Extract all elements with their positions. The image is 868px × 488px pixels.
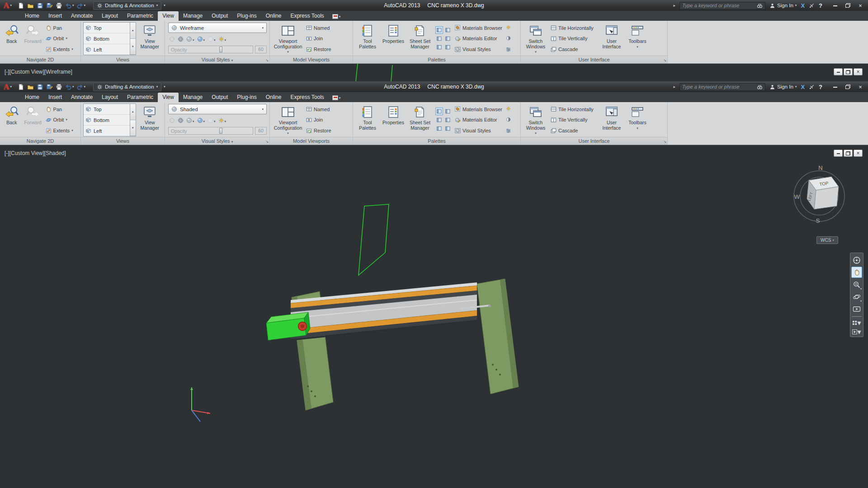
switch-windows-button[interactable]: Switch Windows ▾ [523,22,548,55]
tab-plugins[interactable]: Plug-ins [232,93,261,102]
cnc-machine-entity[interactable] [266,279,519,410]
pan-button[interactable]: Pan [46,23,77,33]
zoom-tool-button[interactable]: ▾ [851,279,862,290]
tab-online[interactable]: Online [261,93,286,102]
sun-properties-button[interactable] [506,105,511,113]
viewport-controls-menu[interactable]: [-] [5,150,9,156]
view-item-left[interactable]: Left [84,126,130,136]
edge-color-button[interactable]: ▾ [197,36,205,42]
save-button[interactable] [37,2,43,9]
app-menu-button[interactable]: A▾ [2,1,14,10]
restore-viewports-button[interactable]: Restore [306,45,346,54]
dialog-launcher-icon[interactable]: ↘ [663,59,666,62]
restore-button[interactable] [842,83,854,91]
viewport-controls-menu[interactable]: [-] [5,69,9,75]
showmotion-button[interactable] [851,303,862,314]
cascade-button[interactable]: Cascade [551,45,597,54]
named-viewports-button[interactable]: Named [306,104,346,114]
tool-palettes-button[interactable]: Tool Palettes [355,22,380,55]
undo-caret-icon[interactable]: ▾ [72,4,74,7]
palette-toggle-button[interactable] [444,125,452,132]
app-menu-button[interactable]: A▾ [2,83,14,91]
tab-plugins[interactable]: Plug-ins [232,11,261,21]
visual-style-dropdown[interactable]: Shaded ▾ [168,104,267,114]
view-item-bottom[interactable]: Bottom [84,33,130,44]
opacity-slider[interactable]: Opacity [168,46,253,53]
sheet-set-manager-button[interactable]: Sheet Set Manager [407,22,433,55]
redo-button[interactable]: ▾ [76,2,85,9]
panel-label-user-interface[interactable]: User Interface↘ [521,56,667,63]
materials-browser-button[interactable]: Materials Browser [455,23,503,33]
doc-minimize-button[interactable] [834,150,843,157]
sign-in-button[interactable]: Sign In ▾ [769,3,797,9]
tab-view[interactable]: View [158,11,179,21]
view-manager-button[interactable]: View Manager [137,103,162,136]
wireframe-edge[interactable] [391,65,392,81]
back-button[interactable]: Back [2,103,21,136]
panel-label-user-interface[interactable]: User Interface↘ [521,137,667,145]
pan-tool-button[interactable] [851,267,862,278]
saveas-button[interactable] [46,84,53,90]
panel-expand-caret-icon[interactable]: ▾ [231,140,233,143]
minimize-button[interactable] [829,83,841,91]
qat-customize-button[interactable]: ▾ [164,4,165,7]
communication-center-icon[interactable] [809,3,815,9]
infocenter-toggle-icon[interactable]: ▸ [674,3,676,8]
search-binoculars-icon[interactable] [757,84,763,90]
viewcube-cube[interactable]: TOP LEFT [807,177,839,209]
communication-center-icon[interactable] [809,84,815,90]
orbit-tool-button[interactable]: ▾ [851,291,862,302]
tab-home[interactable]: Home [20,93,44,102]
hide-objects-button[interactable] [169,36,175,42]
palette-toggle-button[interactable] [444,116,452,124]
tab-online[interactable]: Online [261,11,286,21]
orbit-button[interactable]: Orbit▾ [46,34,77,43]
palette-toggle-button[interactable] [435,125,443,132]
tile-vertically-button[interactable]: Tile Vertically [551,34,597,43]
qnew-button[interactable] [18,84,24,90]
save-button[interactable] [37,84,43,90]
pan-button[interactable]: Pan [46,104,77,114]
switch-windows-button[interactable]: Switch Windows ▾ [523,103,548,136]
wireframe-canvas[interactable] [0,64,868,81]
dialog-launcher-icon[interactable]: ↘ [663,140,666,144]
viewcube-south[interactable]: S [816,217,820,224]
properties-button[interactable]: Properties [381,22,406,55]
shaded-viewport[interactable]: [-] [Custom View] [Shaded] × N W S [0,145,868,488]
workspace-switcher[interactable]: Drafting & Annotation ▾ [93,83,161,91]
advanced-settings-button[interactable] [506,46,511,54]
join-viewports-button[interactable]: Join [306,34,346,43]
exchange-apps-icon[interactable]: X [801,84,805,90]
visual-style-dropdown[interactable]: Wireframe ▾ [168,23,267,33]
tab-home[interactable]: Home [20,11,44,21]
tab-annotate[interactable]: Annotate [66,93,97,102]
panel-label-visual-styles[interactable]: Visual Styles ▾↘ [165,56,269,63]
views-scroll-up-icon[interactable]: ▲ [130,104,136,120]
zoom-caret-icon[interactable]: ▾ [860,287,862,290]
minimize-button[interactable] [829,2,841,9]
join-viewports-button[interactable]: Join [306,115,346,125]
visual-styles-palette-button[interactable]: Visual Styles [455,126,503,136]
extents-button[interactable]: Extents▾ [46,126,77,136]
orbit-button[interactable]: Orbit▾ [46,115,77,125]
views-scroll-up-icon[interactable]: ▲ [130,23,136,39]
palette-toggle-button[interactable] [435,35,443,42]
doc-close-button[interactable]: × [854,150,863,157]
shaded-style-button[interactable]: ▾ [186,36,194,42]
opacity-slider-thumb[interactable] [219,47,222,52]
viewport-configuration-button[interactable]: Viewport Configuration ▾ [272,103,304,136]
restore-button[interactable] [842,2,854,9]
palette-toggle-button[interactable] [444,43,452,51]
toolbars-button[interactable]: Toolbars ▾ [626,22,649,55]
opacity-slider-thumb[interactable] [219,128,222,134]
view-cube[interactable]: N W S TOP LEFT [781,159,858,231]
panel-label-model-viewports[interactable]: Model Viewports [270,56,353,63]
xray-button[interactable]: ▾ [208,36,216,42]
back-button[interactable]: Back [2,22,21,55]
exchange-apps-icon[interactable]: X [801,2,805,9]
tab-parametric[interactable]: Parametric [123,93,158,102]
sheet-set-manager-button[interactable]: Sheet Set Manager [407,103,433,136]
sun-properties-button[interactable] [506,23,511,32]
model-canvas[interactable] [0,145,868,488]
sign-in-button[interactable]: Sign In ▾ [769,84,797,90]
